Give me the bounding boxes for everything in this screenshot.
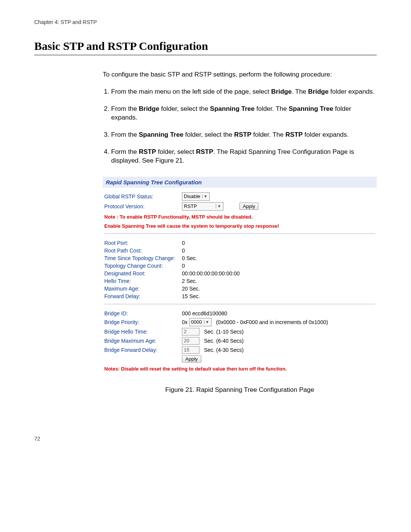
- row-root-path-cost: Root Path Cost: 0: [104, 247, 375, 254]
- label: Designated Root:: [104, 270, 180, 276]
- note-warning-1: Note : To enable RSTP Functionality, MST…: [104, 214, 375, 220]
- select-value: RSTP: [184, 203, 214, 209]
- bold: RSTP: [196, 148, 213, 155]
- page-number: 72: [34, 436, 377, 442]
- label: Global RSTP Status:: [104, 193, 180, 200]
- step-text: folder expands.: [328, 88, 374, 95]
- row-bridge-forward-delay: Bridge Forward Delay: Sec. (4-30 Secs): [104, 345, 375, 355]
- step-1: From the main menu on the left side of t…: [111, 88, 377, 96]
- separator: [104, 233, 375, 234]
- panel-title: Rapid Spanning Tree Configuration: [103, 177, 377, 188]
- step-text: folder. The: [255, 105, 288, 112]
- bold: Spanning Tree: [288, 105, 333, 112]
- label: Topology Change Count:: [104, 263, 180, 269]
- row-global-rstp-status: Global RSTP Status: Disable ▼: [104, 192, 375, 201]
- chevron-down-icon: ▼: [202, 194, 209, 198]
- bold: Bridge: [139, 105, 159, 112]
- row-time-since-topology-change: Time Since Topology Change: 0 Sec.: [104, 254, 375, 262]
- bold: RSTP: [234, 131, 251, 138]
- step-text: . The: [292, 88, 308, 95]
- label: Protocol Version:: [104, 203, 180, 209]
- label: Forward Delay:: [104, 293, 180, 299]
- step-text: folder, select: [156, 148, 196, 155]
- bold: Spanning Tree: [139, 131, 183, 138]
- label: Hello Time:: [104, 278, 180, 284]
- step-text: folder, select the: [159, 105, 210, 112]
- step-2: From the Bridge folder, select the Spann…: [111, 105, 377, 122]
- bold: Bridge: [271, 88, 292, 95]
- row-apply-bottom: Apply: [104, 355, 375, 363]
- row-hello-time: Hello Time: 2 Sec.: [104, 277, 375, 285]
- value: 00:00:00:00:00:00:00:00: [182, 270, 240, 276]
- value: 0 Sec.: [182, 255, 197, 261]
- prefix: 0x: [182, 319, 188, 325]
- label: Bridge Forward Delay:: [104, 347, 180, 353]
- bold: Bridge: [308, 88, 329, 95]
- title-rule: [34, 55, 377, 55]
- label: Maximum Age:: [104, 286, 180, 292]
- hint: Sec. (6-40 Secs): [204, 338, 244, 344]
- intro-paragraph: To configure the basic STP and RSTP sett…: [103, 70, 377, 79]
- row-topology-change-count: Topology Change Count: 0: [104, 262, 375, 270]
- figure-caption: Figure 21. Rapid Spanning Tree Configura…: [103, 386, 377, 394]
- procedure-steps: From the main menu on the left side of t…: [103, 88, 377, 165]
- row-bridge-hello-time: Bridge Hello Time: Sec. (1-10 Secs): [104, 327, 375, 336]
- row-root-port: Root Port: 0: [104, 239, 375, 247]
- hint: (0x0000 - 0xF000 and in increments of 0x…: [216, 319, 328, 325]
- step-3: From the Spanning Tree folder, select th…: [111, 131, 377, 139]
- bold: RSTP: [285, 131, 303, 138]
- value: 0: [182, 248, 185, 254]
- global-rstp-status-select[interactable]: Disable ▼: [182, 192, 210, 201]
- step-text: Form the: [111, 148, 139, 155]
- protocol-version-select[interactable]: RSTP ▼: [182, 202, 223, 211]
- row-protocol-version: Protocol Version: RSTP ▼ Apply: [104, 201, 375, 211]
- bridge-forward-delay-input[interactable]: [182, 346, 199, 354]
- note-warning-2: Enable Spanning Tree will cause the syst…: [104, 223, 375, 230]
- section-title: Basic STP and RSTP Configuration: [34, 40, 377, 53]
- label: Bridge ID:: [104, 310, 180, 316]
- step-4: Form the RSTP folder, select RSTP. The R…: [111, 148, 377, 165]
- label: Root Port:: [104, 240, 180, 246]
- apply-button-bottom[interactable]: Apply: [182, 355, 201, 363]
- apply-button-top[interactable]: Apply: [239, 203, 259, 210]
- note-warning-3: Notes: Disable will reset the setting to…: [104, 366, 375, 372]
- value: 2 Sec.: [182, 278, 197, 284]
- bridge-priority-select[interactable]: 0000 ▼: [189, 318, 212, 326]
- row-bridge-maximum-age: Bridge Maximum Age: Sec. (6-40 Secs): [104, 336, 375, 345]
- row-designated-root: Designated Root: 00:00:00:00:00:00:00:00: [104, 270, 375, 277]
- step-text: folder. The: [251, 131, 285, 138]
- row-bridge-priority: Bridge Priority: 0x 0000 ▼ (0x0000 - 0xF…: [104, 317, 375, 327]
- hint: Sec. (4-30 Secs): [204, 347, 244, 353]
- bold: Spanning Tree: [210, 105, 255, 112]
- value: 15 Sec.: [182, 293, 200, 299]
- step-text: From the: [111, 105, 139, 112]
- row-bridge-id: Bridge ID: 000 eccd6d100080: [104, 310, 375, 317]
- row-forward-delay: Forward Delay: 15 Sec.: [104, 292, 375, 300]
- label: Bridge Hello Time:: [104, 329, 180, 335]
- step-text: From the: [111, 131, 139, 138]
- bridge-hello-time-input[interactable]: [182, 328, 199, 335]
- label: Root Path Cost:: [104, 248, 180, 254]
- rstp-config-panel: Rapid Spanning Tree Configuration Global…: [103, 177, 377, 376]
- label: Bridge Priority:: [104, 319, 180, 325]
- value: 000 eccd6d100080: [182, 310, 227, 316]
- hint: Sec. (1-10 Secs): [204, 329, 244, 335]
- bold: RSTP: [139, 148, 156, 155]
- bridge-maximum-age-input[interactable]: [182, 337, 199, 345]
- select-value: 0000: [191, 319, 202, 325]
- separator: [104, 304, 375, 304]
- label: Time Since Topology Change:: [104, 255, 180, 261]
- label: Bridge Maximum Age:: [104, 338, 180, 344]
- step-text: From the main menu on the left side of t…: [111, 88, 271, 95]
- chevron-down-icon: ▼: [216, 204, 222, 208]
- select-value: Disable: [184, 193, 201, 199]
- chevron-down-icon: ▼: [204, 320, 210, 324]
- value: 0: [182, 240, 185, 246]
- step-text: folder, select the: [183, 131, 234, 138]
- row-maximum-age: Maximum Age: 20 Sec.: [104, 285, 375, 292]
- step-text: folder expands.: [303, 131, 349, 138]
- value: 0: [182, 263, 185, 269]
- value: 20 Sec.: [182, 286, 200, 292]
- chapter-header: Chapter 4: STP and RSTP: [34, 19, 377, 25]
